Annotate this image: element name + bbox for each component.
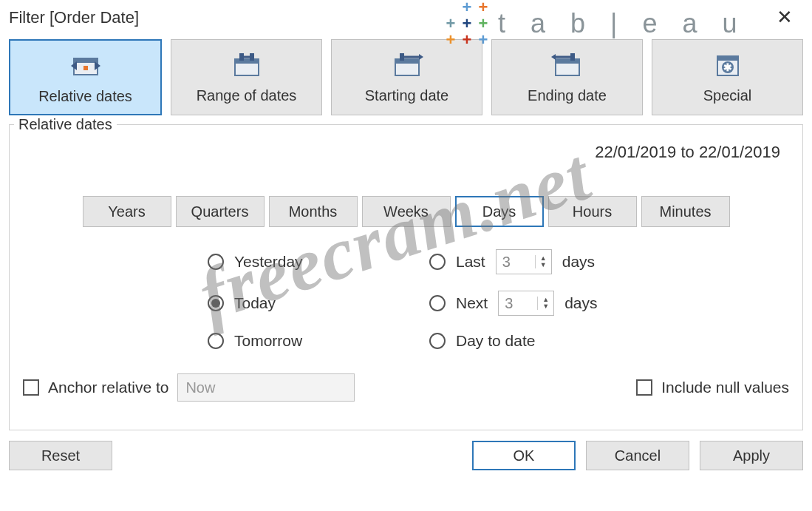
filter-type-tabs: Relative dates Range of dates Starting d… bbox=[0, 39, 812, 115]
option-last[interactable]: Last 3 ▲▼ days bbox=[429, 249, 695, 274]
starting-date-icon bbox=[389, 50, 425, 80]
date-range-display: 22/01/2019 to 22/01/2019 bbox=[23, 143, 789, 162]
anchor-input[interactable]: Now bbox=[177, 373, 355, 402]
option-label: Day to date bbox=[456, 332, 535, 350]
tab-starting-date[interactable]: Starting date bbox=[331, 39, 482, 115]
unit-weeks[interactable]: Weeks bbox=[362, 196, 451, 227]
next-days-spinner[interactable]: 3 ▲▼ bbox=[498, 291, 554, 316]
option-today[interactable]: Today bbox=[208, 291, 400, 316]
unit-years[interactable]: Years bbox=[83, 196, 171, 227]
option-suffix: days bbox=[564, 294, 597, 312]
svg-rect-2 bbox=[83, 66, 88, 70]
unit-hours[interactable]: Hours bbox=[548, 196, 637, 227]
anchor-checkbox[interactable] bbox=[23, 379, 39, 396]
include-null-checkbox[interactable] bbox=[636, 379, 652, 396]
tab-label: Starting date bbox=[365, 87, 448, 104]
option-yesterday[interactable]: Yesterday bbox=[208, 249, 400, 274]
range-of-dates-icon bbox=[229, 50, 265, 80]
ending-date-icon bbox=[550, 50, 585, 80]
radio-icon[interactable] bbox=[208, 254, 224, 270]
option-label: Tomorrow bbox=[234, 332, 302, 350]
spinner-down-icon[interactable]: ▼ bbox=[538, 303, 553, 310]
relative-dates-icon bbox=[68, 51, 103, 81]
tableau-plus-icon: ++++ ++++ bbox=[443, 0, 491, 47]
dialog-buttons: Reset OK Cancel Apply bbox=[0, 430, 812, 470]
anchor-label: Anchor relative to bbox=[48, 379, 168, 396]
option-label: Yesterday bbox=[234, 253, 303, 271]
tab-label: Range of dates bbox=[197, 87, 297, 104]
tab-label: Special bbox=[703, 87, 752, 104]
tableau-wordmark: t a b | e a u bbox=[498, 8, 746, 39]
cancel-button[interactable]: Cancel bbox=[586, 441, 689, 470]
reset-button[interactable]: Reset bbox=[9, 441, 112, 470]
option-label: Last bbox=[456, 253, 485, 271]
tableau-logo: ++++ ++++ t a b | e a u bbox=[443, 0, 746, 47]
close-icon[interactable]: ✕ bbox=[771, 6, 799, 29]
spinner-value: 3 bbox=[499, 295, 537, 312]
time-unit-row: Years Quarters Months Weeks Days Hours M… bbox=[23, 196, 789, 227]
svg-rect-1 bbox=[74, 58, 98, 63]
tab-special[interactable]: ✱ Special bbox=[652, 39, 803, 115]
special-icon: ✱ bbox=[710, 50, 746, 80]
spinner-down-icon[interactable]: ▼ bbox=[536, 262, 551, 268]
unit-months[interactable]: Months bbox=[269, 196, 358, 227]
svg-rect-4 bbox=[235, 59, 259, 64]
radio-icon[interactable] bbox=[429, 333, 446, 349]
spinner-value: 3 bbox=[497, 254, 535, 271]
unit-days[interactable]: Days bbox=[455, 196, 544, 227]
window-title: Filter [Order Date] bbox=[9, 8, 139, 27]
option-day-to-date[interactable]: Day to date bbox=[429, 332, 695, 350]
option-label: Next bbox=[456, 294, 488, 312]
unit-minutes[interactable]: Minutes bbox=[641, 196, 730, 227]
include-null-values: Include null values bbox=[636, 379, 789, 396]
option-next[interactable]: Next 3 ▲▼ days bbox=[429, 291, 695, 316]
radio-icon[interactable] bbox=[208, 333, 224, 349]
last-days-spinner[interactable]: 3 ▲▼ bbox=[496, 249, 552, 274]
radio-icon[interactable] bbox=[208, 295, 224, 311]
option-label: Today bbox=[234, 294, 276, 312]
svg-rect-9 bbox=[395, 59, 419, 64]
tab-relative-dates[interactable]: Relative dates bbox=[9, 39, 162, 115]
svg-text:✱: ✱ bbox=[723, 61, 732, 73]
radio-icon[interactable] bbox=[429, 254, 446, 270]
apply-button[interactable]: Apply bbox=[700, 441, 803, 470]
tab-label: Relative dates bbox=[38, 88, 132, 105]
option-suffix: days bbox=[562, 253, 595, 271]
anchor-relative-to: Anchor relative to Now bbox=[23, 373, 355, 402]
bottom-checks: Anchor relative to Now Include null valu… bbox=[23, 373, 789, 402]
panel-title: Relative dates bbox=[14, 116, 117, 133]
ok-button[interactable]: OK bbox=[472, 441, 576, 470]
include-null-label: Include null values bbox=[661, 379, 789, 396]
tab-label: Ending date bbox=[528, 87, 607, 104]
relative-dates-panel: Relative dates 22/01/2019 to 22/01/2019 … bbox=[9, 124, 803, 430]
tab-ending-date[interactable]: Ending date bbox=[491, 39, 643, 115]
svg-rect-17 bbox=[717, 56, 738, 61]
svg-rect-13 bbox=[556, 59, 579, 64]
unit-quarters[interactable]: Quarters bbox=[176, 196, 265, 227]
relative-options: Yesterday Last 3 ▲▼ days Today Next 3 ▲▼… bbox=[208, 249, 789, 350]
radio-icon[interactable] bbox=[429, 295, 446, 311]
option-tomorrow[interactable]: Tomorrow bbox=[208, 332, 400, 350]
tab-range-of-dates[interactable]: Range of dates bbox=[171, 39, 322, 115]
